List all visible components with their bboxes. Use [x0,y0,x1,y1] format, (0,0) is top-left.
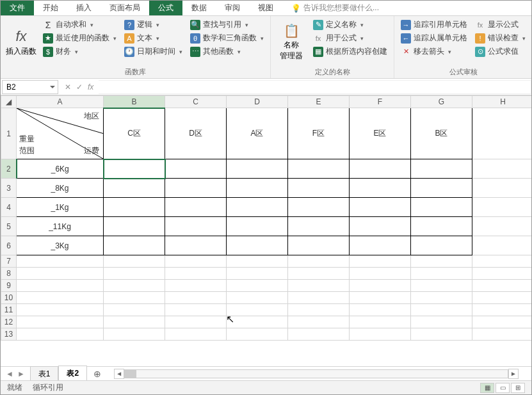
financial-button[interactable]: $财务▾ [42,45,118,58]
horizontal-scrollbar[interactable]: ◄ ► [114,369,519,379]
row-header-1[interactable]: 1 [1,108,17,159]
col-header-F[interactable]: F [350,96,411,108]
col-header-A[interactable]: A [17,96,104,108]
cell-E2[interactable] [288,159,350,179]
cell-E5[interactable] [288,217,350,236]
cell-B2[interactable] [104,159,165,179]
cell[interactable] [411,292,472,304]
spreadsheet-grid[interactable]: ◢ A B C D E F G H 1 地区 重量 范围 运费 C区 D区 A区… [1,95,531,345]
tab-home[interactable]: 开始 [34,1,67,15]
cell-C1[interactable]: D区 [165,108,227,159]
tab-page-layout[interactable]: 页面布局 [101,1,149,15]
recent-functions-button[interactable]: ★最近使用的函数▾ [42,32,118,44]
cell[interactable] [288,328,350,341]
cell-H3[interactable] [472,179,532,198]
cell-B1[interactable]: C区 [104,108,165,159]
cell[interactable] [288,316,350,328]
cell[interactable] [17,255,104,268]
cell-H4[interactable] [472,198,532,217]
tab-insert[interactable]: 插入 [67,1,101,15]
lookup-button[interactable]: 🔍查找与引用▾ [189,19,265,31]
cell-H6[interactable] [472,236,532,255]
row-header-12[interactable]: 12 [1,316,17,328]
cell-B4[interactable] [104,198,165,217]
cell[interactable] [17,328,104,341]
name-manager-button[interactable]: 📋 名称 管理器 [276,19,307,66]
cell[interactable] [288,268,350,280]
cell[interactable] [165,316,227,328]
cell-G3[interactable] [411,179,472,198]
cell-B6[interactable] [104,236,165,255]
cell[interactable] [227,316,288,328]
cell-E1[interactable]: F区 [288,108,350,159]
col-header-G[interactable]: G [411,96,472,108]
view-page-layout-button[interactable]: ▭ [496,383,510,393]
insert-function-button[interactable]: fx 插入函数 [6,19,36,66]
col-header-H[interactable]: H [472,96,532,108]
cell-D2[interactable] [227,159,288,179]
cell[interactable] [227,304,288,316]
cell[interactable] [288,255,350,268]
remove-arrows-button[interactable]: ✕移去箭头▾ [399,45,469,58]
cell[interactable] [17,280,104,292]
cell[interactable] [350,304,411,316]
tell-me[interactable]: 💡告诉我您想要做什么... [282,1,388,15]
cell[interactable] [350,292,411,304]
cell-B5[interactable] [104,217,165,236]
row-header-10[interactable]: 10 [1,292,17,304]
cancel-formula-button[interactable]: ✕ [65,83,71,92]
cell-F6[interactable] [350,236,411,255]
cell-G1[interactable]: B区 [411,108,472,159]
cell-E4[interactable] [288,198,350,217]
cell-G6[interactable] [411,236,472,255]
cell[interactable] [472,328,532,341]
enter-formula-button[interactable]: ✓ [76,83,83,92]
trace-dependents-button[interactable]: ←追踪从属单元格 [399,32,469,44]
cell-F1[interactable]: E区 [350,108,411,159]
cell-A6[interactable]: _3Kg [17,236,104,255]
cell[interactable] [472,255,532,268]
col-header-D[interactable]: D [227,96,288,108]
cell[interactable] [165,280,227,292]
cell[interactable] [17,316,104,328]
cell-F3[interactable] [350,179,411,198]
col-header-C[interactable]: C [165,96,227,108]
cell[interactable] [104,292,165,304]
tab-formula[interactable]: 公式 [149,1,182,15]
row-header-7[interactable]: 7 [1,255,17,268]
cell-G5[interactable] [411,217,472,236]
cell-G2[interactable] [411,159,472,179]
row-header-3[interactable]: 3 [1,179,17,198]
cell[interactable] [472,304,532,316]
cell[interactable] [165,328,227,341]
cell-C6[interactable] [165,236,227,255]
cell[interactable] [472,268,532,280]
cell-D6[interactable] [227,236,288,255]
cell-H5[interactable] [472,217,532,236]
cell[interactable] [104,328,165,341]
cell[interactable] [104,316,165,328]
cell[interactable] [17,268,104,280]
cell-H2[interactable] [472,159,532,179]
cell[interactable] [288,304,350,316]
tab-review[interactable]: 审阅 [216,1,249,15]
cell-C3[interactable] [165,179,227,198]
row-header-8[interactable]: 8 [1,268,17,280]
cell[interactable] [472,316,532,328]
cell[interactable] [104,268,165,280]
cell[interactable] [472,280,532,292]
cell[interactable] [227,268,288,280]
row-header-6[interactable]: 6 [1,236,17,255]
cell-A5[interactable]: _11Kg [17,217,104,236]
cell[interactable] [227,328,288,341]
cell-A3[interactable]: _8Kg [17,179,104,198]
cell[interactable] [288,292,350,304]
row-header-9[interactable]: 9 [1,280,17,292]
logical-button[interactable]: ?逻辑▾ [123,19,184,31]
tab-file[interactable]: 文件 [1,1,34,15]
cell-C2[interactable] [165,159,227,179]
cell[interactable] [350,268,411,280]
cell-H1[interactable] [472,108,532,159]
cell-D4[interactable] [227,198,288,217]
formula-input[interactable] [99,80,531,94]
